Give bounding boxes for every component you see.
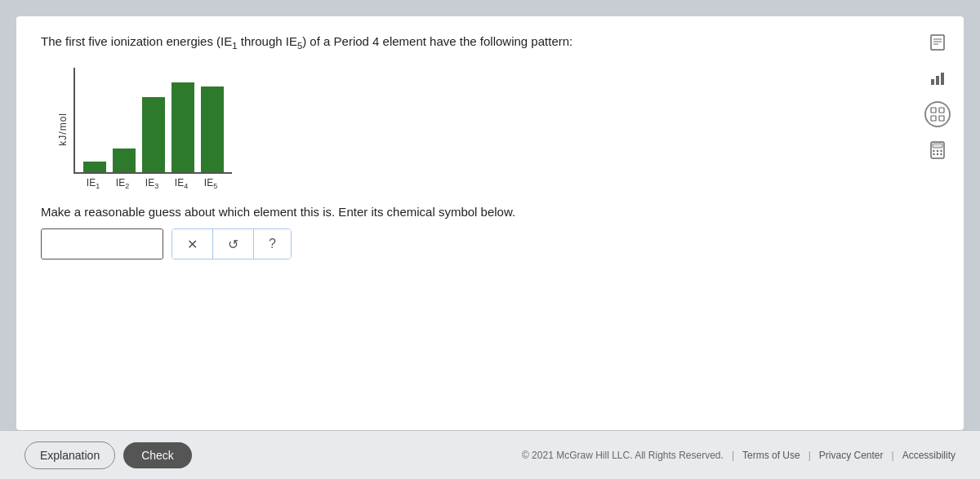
svg-rect-7 (931, 108, 936, 113)
bottom-buttons: Explanation Check (24, 441, 192, 469)
clear-button[interactable]: ✕ (172, 229, 213, 259)
right-icons (924, 29, 951, 163)
bar (201, 86, 224, 172)
svg-rect-0 (931, 35, 944, 50)
svg-point-13 (933, 150, 934, 152)
action-buttons: ✕ ↺ ? (172, 228, 292, 259)
x-axis-label: IE2 (111, 177, 134, 190)
chart-inner: IE1IE2IE3IE4IE5 (74, 68, 232, 190)
svg-point-18 (940, 153, 942, 155)
svg-rect-6 (941, 73, 944, 85)
x-labels: IE1IE2IE3IE4IE5 (74, 177, 222, 190)
x-axis-label: IE4 (170, 177, 193, 190)
x-axis-label: IE1 (82, 177, 105, 190)
svg-point-15 (940, 150, 942, 152)
reset-button[interactable]: ↺ (213, 229, 254, 259)
svg-point-16 (933, 153, 934, 155)
bar (172, 82, 194, 172)
accessibility-link[interactable]: Accessibility (902, 450, 956, 461)
svg-point-17 (937, 153, 938, 155)
svg-rect-12 (933, 144, 942, 148)
main-content: The first five ionization energies (IE1 … (16, 16, 964, 430)
prompt-text: Make a reasonable guess about which elem… (41, 205, 939, 219)
chemical-symbol-input[interactable] (41, 228, 163, 259)
input-row: ✕ ↺ ? (41, 228, 939, 259)
question-text: The first five ionization energies (IE1 … (41, 33, 939, 53)
privacy-link[interactable]: Privacy Center (819, 450, 884, 461)
x-axis-label: IE3 (140, 177, 163, 190)
svg-rect-10 (939, 116, 944, 121)
svg-rect-5 (936, 76, 939, 85)
check-button[interactable]: Check (123, 442, 192, 468)
y-axis-label: kJ/mol (57, 113, 69, 146)
footer-links: © 2021 McGraw Hill LLC. All Rights Reser… (522, 450, 956, 461)
notes-icon[interactable] (924, 29, 951, 55)
svg-rect-8 (939, 108, 944, 113)
bottom-bar: Explanation Check © 2021 McGraw Hill LLC… (0, 430, 980, 479)
bars-area (74, 68, 232, 174)
explanation-button[interactable]: Explanation (24, 441, 115, 469)
periodic-table-icon[interactable] (924, 101, 951, 127)
chart-container: kJ/mol IE1IE2IE3IE4IE5 (57, 68, 939, 190)
bar (83, 162, 106, 172)
calculator-icon[interactable] (924, 137, 951, 163)
x-axis-label: IE5 (199, 177, 222, 190)
svg-point-14 (937, 150, 938, 152)
copyright-text: © 2021 McGraw Hill LLC. All Rights Reser… (522, 450, 724, 461)
bar (142, 97, 165, 172)
chart-icon[interactable] (924, 65, 951, 91)
svg-rect-9 (931, 116, 936, 121)
terms-link[interactable]: Terms of Use (742, 450, 800, 461)
svg-rect-4 (931, 79, 934, 85)
bar (113, 149, 136, 172)
help-button[interactable]: ? (254, 229, 291, 259)
